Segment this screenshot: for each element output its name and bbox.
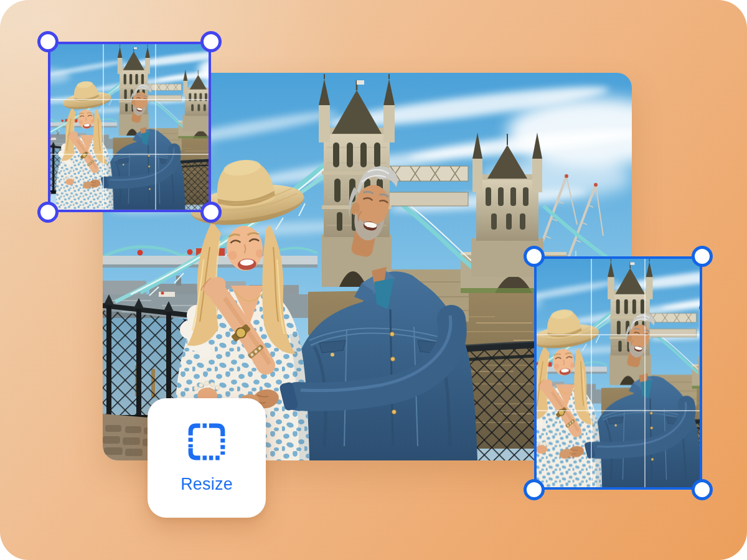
resize-handle-top-right[interactable]	[692, 246, 713, 267]
thumbnail-bottom-right-svg	[537, 259, 700, 487]
marquee-selection-icon	[187, 422, 226, 461]
resize-handle-bottom-right[interactable]	[692, 479, 713, 500]
resize-handle-top-left[interactable]	[524, 246, 545, 267]
thumbnail-bottom-right-image	[537, 259, 700, 487]
resize-button[interactable]: Resize	[148, 398, 266, 518]
thumbnail-top-left[interactable]	[48, 42, 211, 212]
resize-button-label: Resize	[181, 475, 233, 494]
resize-handle-bottom-left[interactable]	[37, 202, 59, 223]
canvas-background: Resize	[0, 0, 747, 560]
resize-handle-top-left[interactable]	[37, 31, 59, 52]
stage: Resize	[0, 0, 747, 560]
thumbnail-bottom-right[interactable]	[534, 256, 702, 490]
resize-handle-bottom-left[interactable]	[524, 479, 545, 500]
resize-handle-top-right[interactable]	[200, 31, 222, 52]
thumbnail-top-left-image	[50, 44, 209, 210]
resize-handle-bottom-right[interactable]	[200, 202, 222, 223]
thumbnail-top-left-svg	[50, 44, 209, 210]
